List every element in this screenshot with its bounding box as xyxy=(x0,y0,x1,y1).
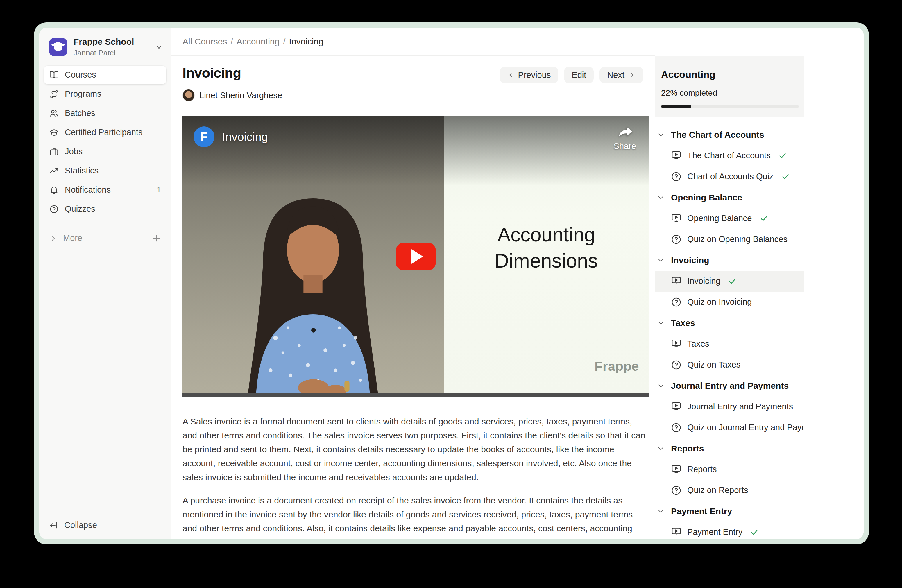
chapter-journal-entry-and-payments[interactable]: Journal Entry and Payments xyxy=(655,375,804,396)
chapter-title: Taxes xyxy=(671,318,695,328)
outline-lesson-quiz-on-reports[interactable]: Quiz on Reports xyxy=(655,480,804,501)
graduation-cap-icon xyxy=(49,128,59,138)
screenshot-stage: Frappe School Jannat Patel CoursesProgra… xyxy=(0,0,902,588)
share-label: Share xyxy=(614,141,636,151)
author-row: Linet Sherin Varghese xyxy=(183,89,649,102)
workspace-switcher[interactable]: Frappe School Jannat Patel xyxy=(39,28,171,66)
chapter-title: Payment Entry xyxy=(671,507,732,516)
breadcrumb-separator: / xyxy=(230,37,233,47)
sidebar-item-certified-participants[interactable]: Certified Participants xyxy=(44,123,166,142)
sidebar-collapse-button[interactable]: Collapse xyxy=(39,520,171,539)
outline-lesson-taxes[interactable]: Taxes xyxy=(655,333,804,354)
sidebar-more-row[interactable]: More xyxy=(39,229,171,247)
sidebar-item-statistics[interactable]: Statistics xyxy=(44,161,166,180)
chevron-down-icon xyxy=(657,131,665,139)
next-button-label: Next xyxy=(607,70,625,80)
help-circle-icon xyxy=(49,204,59,214)
video-title-overlay[interactable]: F Invoicing xyxy=(194,127,268,147)
slide-title: Accounting Dimensions xyxy=(495,222,598,274)
previous-button-label: Previous xyxy=(518,70,551,80)
lesson-title: Taxes xyxy=(687,339,709,349)
youtube-video-player[interactable]: Accounting Dimensions Frappe F Invoicing xyxy=(183,116,649,397)
outline-lesson-reports[interactable]: Reports xyxy=(655,459,804,480)
breadcrumb-bar: All Courses/Accounting/Invoicing xyxy=(171,28,655,56)
share-arrow-icon xyxy=(616,126,633,139)
chapter-title: Journal Entry and Payments xyxy=(671,381,789,391)
breadcrumb-item-all-courses[interactable]: All Courses xyxy=(183,37,227,47)
app-window-frame: Frappe School Jannat Patel CoursesProgra… xyxy=(34,22,869,544)
video-lesson-icon xyxy=(670,275,682,287)
chapter-title: Reports xyxy=(671,444,704,454)
lesson-title: Quiz on Opening Balances xyxy=(687,235,788,244)
previous-button[interactable]: Previous xyxy=(500,67,559,83)
lesson-content: Invoicing Previous Edit xyxy=(171,56,655,539)
breadcrumb-separator: / xyxy=(283,37,285,47)
course-outline-panel: Accounting 22% completed The Chart of Ac… xyxy=(655,28,864,539)
workspace-title: Frappe School xyxy=(74,37,148,47)
chapter-invoicing[interactable]: Invoicing xyxy=(655,250,804,271)
outline-lesson-chart-of-accounts-quiz[interactable]: Chart of Accounts Quiz xyxy=(655,166,804,187)
outline-lesson-quiz-on-taxes[interactable]: Quiz on Taxes xyxy=(655,354,804,375)
sidebar-item-label: Statistics xyxy=(65,166,161,175)
lesson-paragraph: A purchase invoice is a document created… xyxy=(183,494,649,539)
chevron-right-icon xyxy=(628,71,636,79)
sidebar-item-notifications[interactable]: Notifications1 xyxy=(44,181,166,199)
left-sidebar: Frappe School Jannat Patel CoursesProgra… xyxy=(39,28,171,539)
course-progress-header: Accounting 22% completed xyxy=(655,56,804,117)
sidebar-item-programs[interactable]: Programs xyxy=(44,85,166,103)
plus-icon[interactable] xyxy=(152,234,161,243)
progress-bar-fill xyxy=(661,105,691,108)
check-icon xyxy=(750,528,759,536)
video-lesson-icon xyxy=(670,526,682,538)
chevron-down-icon xyxy=(657,194,665,201)
video-lesson-icon xyxy=(670,213,682,224)
briefcase-icon xyxy=(49,147,59,156)
chevron-down-icon[interactable] xyxy=(155,43,163,52)
outline-lesson-the-chart-of-accounts[interactable]: The Chart of Accounts xyxy=(655,145,804,166)
lesson-title: Payment Entry xyxy=(687,527,742,537)
breadcrumb-item-accounting[interactable]: Accounting xyxy=(236,37,280,47)
lesson-title: Quiz on Journal Entry and Payments xyxy=(687,423,804,432)
chevron-down-icon xyxy=(657,445,665,452)
lesson-title: Reports xyxy=(687,464,717,474)
chapter-payment-entry[interactable]: Payment Entry xyxy=(655,501,804,522)
outline-lesson-journal-entry-and-payments[interactable]: Journal Entry and Payments xyxy=(655,396,804,417)
next-button[interactable]: Next xyxy=(600,67,643,83)
chapter-opening-balance[interactable]: Opening Balance xyxy=(655,187,804,208)
chapter-taxes[interactable]: Taxes xyxy=(655,313,804,333)
outline-lesson-quiz-on-invoicing[interactable]: Quiz on Invoicing xyxy=(655,292,804,313)
quiz-icon xyxy=(670,422,682,433)
sidebar-item-jobs[interactable]: Jobs xyxy=(44,142,166,161)
outline-lesson-payment-entry[interactable]: Payment Entry xyxy=(655,522,804,539)
breadcrumb: All Courses/Accounting/Invoicing xyxy=(183,37,323,47)
bell-icon xyxy=(49,185,59,195)
share-button[interactable]: Share xyxy=(614,126,636,151)
lesson-title: Opening Balance xyxy=(687,214,752,223)
video-slide-region: Accounting Dimensions Frappe xyxy=(444,116,649,397)
sidebar-item-courses[interactable]: Courses xyxy=(44,66,166,84)
video-title: Invoicing xyxy=(222,130,268,144)
quiz-icon xyxy=(670,171,682,183)
channel-avatar: F xyxy=(194,127,215,147)
check-icon xyxy=(759,214,768,223)
chapter-reports[interactable]: Reports xyxy=(655,438,804,459)
quiz-icon xyxy=(670,296,682,308)
outline-lesson-quiz-on-journal-entry-and-payments[interactable]: Quiz on Journal Entry and Payments xyxy=(655,417,804,438)
edit-button[interactable]: Edit xyxy=(564,67,594,83)
outline-lesson-invoicing[interactable]: Invoicing xyxy=(655,271,804,292)
check-icon xyxy=(781,172,790,181)
outline-lesson-quiz-on-opening-balances[interactable]: Quiz on Opening Balances xyxy=(655,229,804,250)
sidebar-more-label: More xyxy=(63,233,146,243)
sidebar-item-quizzes[interactable]: Quizzes xyxy=(44,200,166,219)
frappe-school-logo-icon xyxy=(49,38,67,56)
lesson-header: Invoicing Previous Edit xyxy=(183,66,649,83)
youtube-play-button[interactable] xyxy=(396,242,436,271)
outline-lesson-opening-balance[interactable]: Opening Balance xyxy=(655,208,804,229)
sidebar-item-batches[interactable]: Batches xyxy=(44,104,166,123)
lesson-title: Invoicing xyxy=(687,276,720,286)
lesson-title: Quiz on Invoicing xyxy=(687,297,752,307)
sidebar-item-label: Quizzes xyxy=(65,204,161,214)
lesson-actions: Previous Edit Next xyxy=(500,67,643,83)
workspace-text: Frappe School Jannat Patel xyxy=(74,37,148,58)
chapter-the-chart-of-accounts[interactable]: The Chart of Accounts xyxy=(655,124,804,145)
